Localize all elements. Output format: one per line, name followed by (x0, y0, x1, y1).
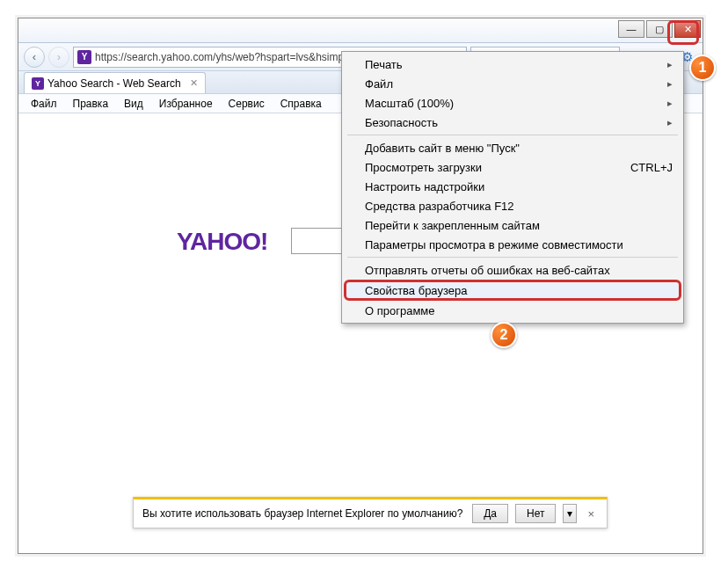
menu-item-label: Отправлять отчеты об ошибках на веб-сайт… (365, 264, 610, 277)
menu-item[interactable]: О программе (344, 301, 681, 320)
menu-view[interactable]: Вид (117, 96, 150, 112)
tab-close-icon[interactable]: ✕ (190, 77, 198, 89)
yahoo-logo: YAHOO! (177, 228, 267, 256)
menu-item[interactable]: Добавить сайт в меню "Пуск" (344, 138, 681, 157)
menu-item-label: Добавить сайт в меню "Пуск" (365, 142, 520, 155)
menu-item-label: О программе (365, 304, 435, 317)
tab-favicon: Y (32, 77, 44, 90)
menu-item[interactable]: Отправлять отчеты об ошибках на веб-сайт… (344, 260, 681, 280)
site-favicon: Y (77, 50, 91, 64)
tools-menu: ПечатьФайлМасштаб (100%)БезопасностьДоба… (341, 51, 684, 324)
callout-badge-1: 1 (689, 55, 716, 81)
forward-button[interactable]: › (48, 47, 69, 68)
menu-item-label: Параметры просмотра в режиме совместимос… (365, 238, 623, 251)
menu-item[interactable]: Печать (344, 55, 681, 74)
menu-separator (347, 257, 678, 258)
menu-item[interactable]: Файл (344, 74, 681, 93)
minimize-button[interactable]: — (618, 20, 644, 38)
menu-item-label: Средства разработчика F12 (365, 200, 514, 213)
menu-item-label: Перейти к закрепленным сайтам (365, 219, 540, 232)
tab-active[interactable]: Y Yahoo Search - Web Search ✕ (24, 72, 206, 93)
menu-item[interactable]: Свойства браузера (344, 280, 681, 301)
menu-item[interactable]: Настроить надстройки (344, 177, 681, 196)
menu-item-label: Печать (365, 58, 403, 71)
menu-item[interactable]: Параметры просмотра в режиме совместимос… (344, 235, 681, 254)
prompt-no-button[interactable]: Нет (515, 504, 556, 523)
menu-item-label: Безопасность (365, 116, 438, 129)
menu-tools[interactable]: Сервис (222, 96, 272, 112)
menu-item-label: Настроить надстройки (365, 180, 484, 193)
prompt-close-icon[interactable]: × (584, 507, 598, 521)
prompt-dropdown-button[interactable]: ▾ (563, 504, 577, 523)
menu-favorites[interactable]: Избранное (152, 96, 220, 112)
menu-item-label: Просмотреть загрузки (365, 161, 482, 174)
prompt-message: Вы хотите использовать браузер Internet … (142, 507, 465, 520)
back-button[interactable]: ‹ (24, 47, 45, 68)
menu-item[interactable]: Безопасность (344, 113, 681, 132)
menu-item[interactable]: Просмотреть загрузкиCTRL+J (344, 157, 681, 177)
default-browser-prompt: Вы хотите использовать браузер Internet … (133, 497, 608, 528)
menu-item-label: Файл (365, 77, 393, 91)
menu-item-shortcut: CTRL+J (630, 161, 673, 174)
menu-edit[interactable]: Правка (66, 96, 116, 112)
menu-item[interactable]: Средства разработчика F12 (344, 196, 681, 215)
menu-item[interactable]: Перейти к закрепленным сайтам (344, 215, 681, 235)
menu-file[interactable]: Файл (24, 96, 64, 112)
prompt-yes-button[interactable]: Да (472, 504, 508, 523)
tab-title: Yahoo Search - Web Search (47, 77, 181, 90)
titlebar: — ▢ ✕ (18, 18, 703, 43)
menu-item-label: Масштаб (100%) (365, 97, 454, 110)
menu-separator (347, 135, 678, 135)
menu-help[interactable]: Справка (273, 96, 329, 112)
menu-item[interactable]: Масштаб (100%) (344, 93, 681, 113)
menu-item-label: Свойства браузера (365, 284, 467, 297)
callout-badge-2: 2 (491, 322, 517, 348)
callout-highlight-1 (667, 20, 699, 45)
